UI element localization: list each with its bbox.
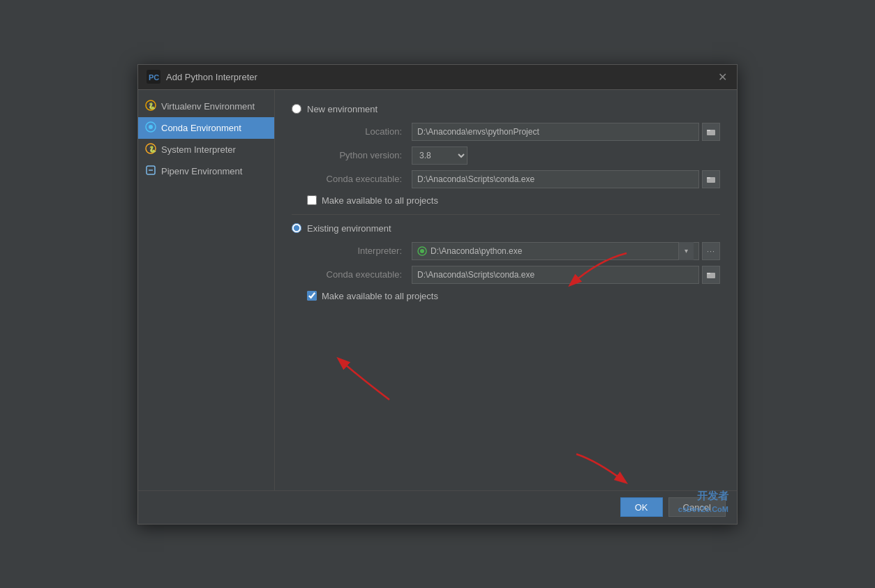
svg-rect-17: [707, 273, 710, 274]
make-available-new-checkbox[interactable]: [307, 195, 317, 205]
svg-text:PC: PC: [149, 73, 159, 82]
location-label: Location:: [307, 126, 405, 137]
conda-executable-existing-input[interactable]: [412, 266, 699, 284]
sidebar-item-virtualenv[interactable]: 🐍 Virtualenv Environment: [138, 96, 274, 117]
pipenv-icon: [145, 165, 156, 178]
interpreter-field-row: ▾ ···: [412, 242, 720, 260]
section-divider: [292, 214, 720, 215]
existing-environment-radio[interactable]: [292, 223, 301, 233]
ok-button[interactable]: OK: [620, 497, 663, 517]
make-available-new-label: Make available to all projects: [322, 195, 438, 206]
svg-rect-11: [707, 130, 710, 131]
interpreter-ellipsis-button[interactable]: ···: [702, 242, 720, 260]
svg-text:🐍: 🐍: [149, 145, 157, 153]
virtualenv-icon: 🐍: [145, 100, 156, 113]
location-browse-button[interactable]: [702, 123, 720, 141]
existing-environment-radio-row: Existing environment: [292, 223, 720, 234]
make-available-existing-row: Make available to all projects: [307, 291, 720, 301]
conda-icon: [145, 121, 156, 135]
new-environment-form: Location: Python version: 3.8 3: [307, 123, 720, 188]
new-environment-label: New environment: [307, 104, 377, 114]
python-version-select[interactable]: 3.8 3.9 3.7: [412, 146, 468, 165]
location-field-row: [412, 123, 720, 141]
svg-text:🐍: 🐍: [148, 102, 156, 110]
sidebar-item-pipenv-label: Pipenv Environment: [161, 166, 242, 176]
sidebar-item-system-label: System Interpreter: [161, 144, 236, 155]
conda-executable-existing-field-row: [412, 266, 720, 284]
sidebar: 🐍 Virtualenv Environment Conda Environme…: [138, 90, 275, 490]
sidebar-item-conda[interactable]: Conda Environment: [138, 117, 274, 139]
interpreter-status-icon: [417, 246, 427, 256]
conda-executable-new-browse-button[interactable]: [702, 170, 720, 188]
python-version-label: Python version:: [307, 150, 405, 160]
folder-icon-3: [707, 271, 715, 279]
sidebar-item-system[interactable]: 🐍 System Interpreter: [138, 139, 274, 160]
interpreter-dropdown-button[interactable]: ▾: [678, 242, 694, 260]
interpreter-input-wrap: ▾: [412, 242, 699, 260]
main-content: New environment Location: Python version…: [275, 90, 737, 490]
make-available-existing-checkbox[interactable]: [307, 291, 317, 301]
svg-rect-13: [707, 177, 710, 179]
svg-point-15: [420, 249, 424, 253]
pycharm-icon: PC: [147, 70, 160, 84]
watermark: 开发者 csDevZe.CoM: [678, 489, 728, 515]
add-python-interpreter-dialog: PC Add Python Interpreter ✕ 🐍 Virtualenv…: [137, 64, 738, 525]
sidebar-item-conda-label: Conda Environment: [161, 123, 241, 133]
folder-icon: [707, 128, 715, 136]
new-environment-radio[interactable]: [292, 104, 301, 114]
existing-environment-form: Interpreter: ▾ ··· Conda executable:: [307, 242, 720, 284]
conda-executable-new-input[interactable]: [412, 170, 699, 188]
interpreter-label: Interpreter:: [307, 246, 405, 256]
dialog-titlebar: PC Add Python Interpreter ✕: [138, 65, 737, 90]
dialog-title: Add Python Interpreter: [166, 72, 716, 82]
python-version-field-row: 3.8 3.9 3.7: [412, 146, 720, 165]
interpreter-input[interactable]: [431, 246, 675, 256]
conda-executable-existing-browse-button[interactable]: [702, 266, 720, 284]
conda-executable-new-label: Conda executable:: [307, 174, 405, 184]
system-icon: 🐍: [145, 143, 156, 156]
close-button[interactable]: ✕: [716, 70, 728, 83]
svg-point-5: [149, 125, 153, 129]
conda-executable-existing-label: Conda executable:: [307, 269, 405, 280]
location-input[interactable]: [412, 123, 699, 141]
dialog-body: 🐍 Virtualenv Environment Conda Environme…: [138, 90, 737, 490]
make-available-new-row: Make available to all projects: [307, 195, 720, 206]
sidebar-item-virtualenv-label: Virtualenv Environment: [161, 101, 255, 112]
folder-icon-2: [707, 175, 715, 183]
make-available-existing-label: Make available to all projects: [322, 291, 438, 301]
sidebar-item-pipenv[interactable]: Pipenv Environment: [138, 160, 274, 182]
dialog-footer: OK Cancel: [138, 490, 737, 524]
new-environment-radio-row: New environment: [292, 104, 720, 114]
existing-environment-label: Existing environment: [307, 223, 391, 234]
conda-executable-new-field-row: [412, 170, 720, 188]
